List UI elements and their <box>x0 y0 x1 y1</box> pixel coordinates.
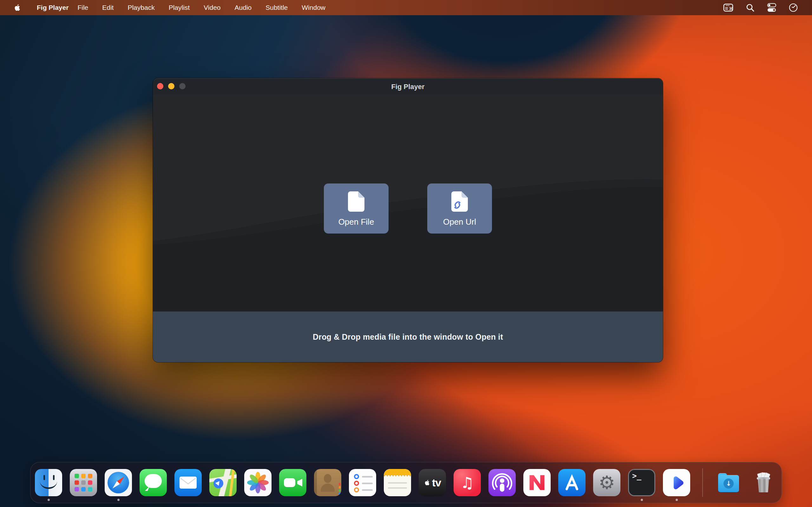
link-document-icon <box>451 191 468 214</box>
dock-item-launchpad[interactable] <box>70 469 97 496</box>
contacts-icon <box>314 469 341 496</box>
dock-item-finder[interactable] <box>35 469 62 496</box>
dock-item-safari[interactable] <box>105 469 132 496</box>
dock-item-facetime[interactable] <box>279 469 306 496</box>
menu-bar: Fig Player File Edit Playback Playlist V… <box>0 0 812 15</box>
open-actions: Open File Open Url <box>153 183 663 233</box>
safari-icon <box>105 469 132 496</box>
document-icon <box>348 191 364 214</box>
menu-audio[interactable]: Audio <box>228 0 259 15</box>
dock-item-terminal[interactable]: >_ <box>628 469 655 496</box>
trash-icon <box>750 469 777 496</box>
dock-item-notes[interactable] <box>384 469 411 496</box>
dock-item-contacts[interactable] <box>314 469 341 496</box>
dock-item-reminders[interactable] <box>349 469 376 496</box>
finder-icon <box>35 469 62 496</box>
mail-icon <box>174 469 202 496</box>
photos-icon <box>244 469 271 496</box>
dock-item-figplayer[interactable] <box>663 469 690 496</box>
menu-window[interactable]: Window <box>295 0 333 15</box>
news-icon <box>523 469 551 496</box>
dock-item-photos[interactable] <box>244 469 271 496</box>
fig-player-window: Fig Player Open File <box>153 78 663 362</box>
window-footer: Drog & Drop media file into the window t… <box>153 312 663 362</box>
open-url-label: Open Url <box>443 218 476 226</box>
dock-item-mail[interactable] <box>174 469 202 496</box>
messages-icon <box>140 469 167 496</box>
menu-video[interactable]: Video <box>197 0 227 15</box>
menu-playback[interactable]: Playback <box>120 0 161 15</box>
terminal-icon: >_ <box>628 469 655 496</box>
music-icon: ♫ <box>454 469 481 496</box>
maps-icon <box>209 469 237 496</box>
apple-tv-icon: tv <box>419 469 446 496</box>
app-store-icon <box>558 469 586 496</box>
svg-text:⌘: ⌘ <box>729 6 733 11</box>
menu-subtitle[interactable]: Subtitle <box>258 0 295 15</box>
input-source-icon[interactable]: ⌘ <box>722 3 734 12</box>
dock-item-podcasts[interactable] <box>489 469 516 496</box>
reminders-icon <box>349 469 376 496</box>
dock-item-appstore[interactable] <box>558 469 586 496</box>
system-settings-icon: ⚙ <box>593 469 620 496</box>
notes-icon <box>384 469 411 496</box>
window-content: Open File Open Url <box>153 95 663 312</box>
dock-item-tv[interactable]: tv <box>419 469 446 496</box>
open-file-label: Open File <box>339 218 374 226</box>
spotlight-search-icon[interactable] <box>745 3 755 12</box>
dock-item-maps[interactable] <box>209 469 237 496</box>
window-titlebar[interactable]: Fig Player <box>153 78 663 95</box>
open-file-button[interactable]: Open File <box>324 183 389 233</box>
clock-icon[interactable] <box>789 3 798 12</box>
fig-player-dock-icon <box>663 469 690 496</box>
control-center-icon[interactable] <box>766 3 777 12</box>
window-title: Fig Player <box>153 78 663 95</box>
facetime-icon <box>279 469 306 496</box>
open-url-button[interactable]: Open Url <box>427 183 492 233</box>
dock-item-settings[interactable]: ⚙ <box>593 469 620 496</box>
dock-item-music[interactable]: ♫ <box>454 469 481 496</box>
dock: tv ♫ <box>30 462 782 503</box>
drag-drop-hint: Drog & Drop media file into the window t… <box>313 332 503 342</box>
dock-item-news[interactable] <box>523 469 551 496</box>
menu-bar-left: Fig Player File Edit Playback Playlist V… <box>0 0 333 15</box>
menu-edit[interactable]: Edit <box>95 0 120 15</box>
launchpad-icon <box>70 469 97 496</box>
menu-playlist[interactable]: Playlist <box>162 0 197 15</box>
podcasts-icon <box>489 469 516 496</box>
dock-separator <box>702 468 703 497</box>
menu-bar-status: ⌘ <box>722 3 812 12</box>
apple-menu-icon[interactable] <box>13 3 21 12</box>
dock-item-downloads[interactable]: ↓ <box>715 469 742 496</box>
dock-item-messages[interactable] <box>140 469 167 496</box>
menu-app-name[interactable]: Fig Player <box>35 4 70 11</box>
downloads-folder-icon: ↓ <box>715 469 742 496</box>
menu-file[interactable]: File <box>70 0 95 15</box>
dock-item-trash[interactable] <box>750 469 777 496</box>
